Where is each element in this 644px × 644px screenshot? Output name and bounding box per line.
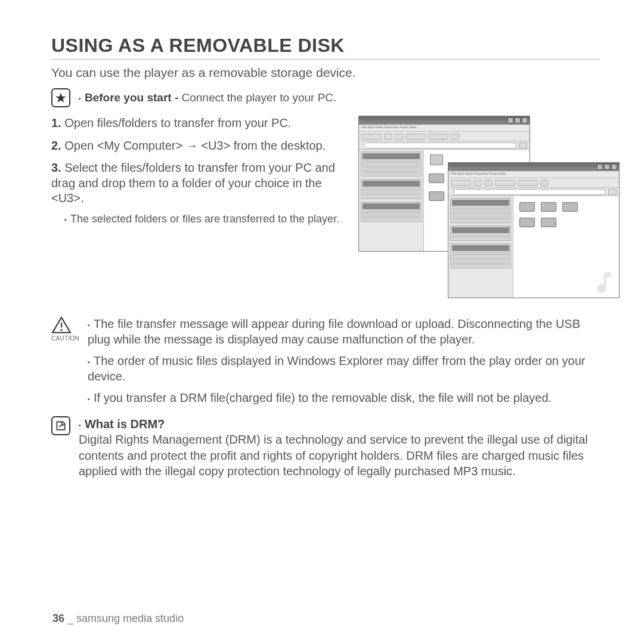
note-icon [51, 416, 70, 435]
steps-list: 1. Open files/folders to transfer from y… [51, 116, 348, 295]
note-lead: What is DRM? [85, 417, 165, 431]
menubar: File Edit View Favorites Tools Help [448, 171, 619, 178]
svg-point-1 [60, 329, 62, 331]
before-text: Connect the player to your PC. [178, 91, 336, 104]
note-block: ▪What is DRM? Digital Rights Management … [51, 416, 600, 479]
caution-icon [51, 316, 72, 334]
page-title: USING AS A REMOVABLE DISK [51, 35, 600, 60]
step-3: Select the files/folders to transfer fro… [51, 161, 335, 205]
caution-label: CAUTION [51, 335, 79, 342]
explorer-window-2: File Edit View Favorites Tools Help [448, 162, 620, 298]
bullet-icon: ▪ [79, 95, 81, 102]
star-icon: ★ [51, 88, 70, 107]
caution-bullet-1: The file transfer message will appear du… [88, 317, 580, 346]
caution-block: CAUTION ▪The file transfer message will … [51, 316, 600, 411]
caution-bullet-2: The order of music files displayed in Wi… [88, 354, 585, 383]
step-2: Open <My Computer> → <U3> from the deskt… [64, 139, 326, 152]
intro-text: You can use the player as a removable st… [51, 66, 600, 80]
page-number: 36 [52, 612, 64, 624]
caution-bullet-3: If you transfer a DRM file(charged file)… [94, 391, 552, 404]
page-footer: 36 _ samsung media studio [52, 612, 184, 625]
illustration: File Edit View Favorites Tools Help ↘ [358, 116, 600, 295]
step-sub: The selected folders or files are transf… [70, 213, 339, 225]
before-label: Before you start - [85, 91, 178, 104]
menubar: File Edit View Favorites Tools Help [359, 125, 530, 132]
before-you-start: ★ ▪Before you start - Connect the player… [51, 88, 600, 107]
step-1: Open files/folders to transfer from your… [64, 116, 291, 129]
note-body-text: Digital Rights Management (DRM) is a tec… [79, 433, 588, 478]
footer-section: samsung media studio [76, 612, 184, 624]
music-note-icon [590, 269, 618, 296]
